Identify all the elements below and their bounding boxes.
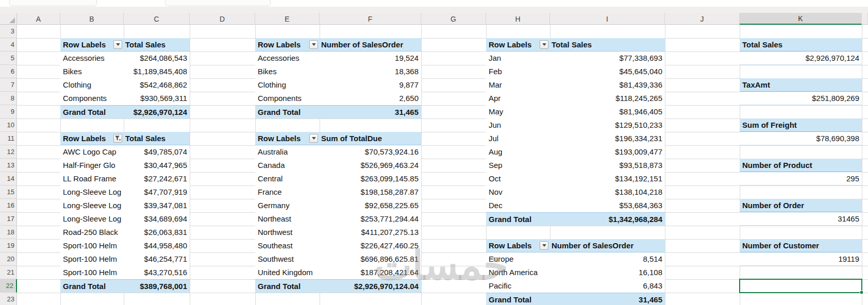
value-cell[interactable]: $263,099,145.85 — [320, 172, 421, 185]
row-header-3[interactable]: 3 — [0, 25, 17, 38]
row-label-cell[interactable]: Sport-100 Helm — [60, 266, 124, 279]
row-labels-header-cell[interactable]: Row Labels — [255, 38, 320, 51]
grand-total-label-cell[interactable]: Grand Total — [255, 106, 320, 118]
row-label-cell[interactable]: Long-Sleeve Log — [60, 212, 124, 226]
row-label-cell[interactable]: Half-Finger Glo — [60, 159, 124, 172]
card-value-cell[interactable]: 295 — [740, 172, 862, 185]
column-header-J[interactable]: J — [665, 13, 740, 25]
value-cell[interactable]: 6,843 — [550, 279, 665, 293]
value-cell[interactable]: $47,707,919 — [124, 185, 190, 199]
value-cell[interactable]: $81,946,405 — [550, 105, 665, 118]
value-cell[interactable]: $44,958,480 — [124, 239, 190, 252]
row-label-cell[interactable]: North America — [486, 266, 550, 279]
value-cell[interactable]: $196,334,231 — [550, 132, 665, 145]
card-value-cell[interactable]: $78,690,398 — [740, 132, 862, 145]
row-label-cell[interactable]: Northwest — [255, 226, 320, 239]
value-cell[interactable]: $43,270,516 — [124, 266, 190, 279]
value-cell[interactable]: $53,684,363 — [550, 199, 665, 212]
grand-total-label-cell[interactable]: Grand Total — [60, 280, 124, 293]
column-header-I[interactable]: I — [550, 13, 665, 25]
fill-handle[interactable] — [860, 291, 863, 294]
row-label-cell[interactable]: Jul — [486, 132, 550, 145]
row-label-cell[interactable]: Clothing — [255, 78, 320, 92]
row-label-cell[interactable]: Clothing — [60, 78, 124, 92]
row-label-cell[interactable]: Central — [255, 172, 320, 185]
row-label-cell[interactable]: Southeast — [255, 239, 320, 252]
card-title-total-sales[interactable]: Total Sales — [740, 38, 862, 52]
row-labels-header-cell[interactable]: Row Labels — [486, 38, 550, 51]
values-header-cell[interactable]: Number of SalesOrder — [320, 38, 421, 51]
row-label-cell[interactable]: Oct — [486, 172, 550, 185]
value-cell[interactable]: $134,192,151 — [550, 172, 665, 185]
row-label-cell[interactable]: Bikes — [60, 65, 124, 78]
values-header-cell[interactable]: Total Sales — [124, 132, 190, 145]
row-header-12[interactable]: 12 — [0, 145, 17, 159]
row-header-5[interactable]: 5 — [0, 52, 17, 65]
values-header-cell[interactable]: Total Sales — [550, 38, 665, 51]
values-header-cell[interactable]: Total Sales — [124, 38, 190, 51]
row-labels-header-cell[interactable]: Row Labels — [60, 38, 124, 51]
row-header-6[interactable]: 6 — [0, 65, 17, 78]
card-title-sum-of-freight[interactable]: Sum of Freight — [740, 118, 862, 132]
value-cell[interactable]: 2,650 — [320, 92, 421, 105]
row-label-cell[interactable]: France — [255, 185, 320, 199]
row-header-7[interactable]: 7 — [0, 78, 17, 92]
row-label-cell[interactable]: AWC Logo Cap — [60, 145, 124, 159]
row-label-cell[interactable]: Long-Sleeve Log — [60, 199, 124, 212]
column-header-H[interactable]: H — [486, 13, 550, 25]
row-header-15[interactable]: 15 — [0, 185, 17, 199]
column-header-C[interactable]: C — [124, 13, 190, 25]
value-cell[interactable]: $45,645,040 — [550, 65, 665, 78]
value-cell[interactable]: 8,514 — [550, 252, 665, 266]
row-label-cell[interactable]: Northeast — [255, 212, 320, 226]
row-header-19[interactable]: 19 — [0, 239, 17, 252]
grand-total-value-cell[interactable]: $2,926,970,124.04 — [320, 280, 421, 293]
value-cell[interactable]: $34,689,694 — [124, 212, 190, 226]
filter-dropdown-icon[interactable] — [540, 40, 548, 49]
value-cell[interactable]: $92,658,225.65 — [320, 199, 421, 212]
value-cell[interactable]: $411,207,275.13 — [320, 226, 421, 239]
column-header-E[interactable]: E — [255, 13, 320, 25]
row-label-cell[interactable]: Mar — [486, 78, 550, 92]
row-label-cell[interactable]: Components — [255, 92, 320, 105]
value-cell[interactable]: $542,468,862 — [124, 78, 190, 92]
row-labels-header-cell[interactable]: Row Labels — [255, 132, 320, 145]
values-header-cell[interactable]: Number of SalesOrder — [550, 239, 665, 252]
row-header-18[interactable]: 18 — [0, 226, 17, 239]
select-all-corner[interactable] — [0, 13, 17, 25]
grand-total-value-cell[interactable]: 31,465 — [550, 293, 665, 305]
value-cell[interactable]: $118,245,265 — [550, 92, 665, 105]
card-title-number-of-product[interactable]: Number of Product — [740, 159, 862, 172]
row-label-cell[interactable]: Australia — [255, 145, 320, 159]
row-label-cell[interactable]: Southwest — [255, 252, 320, 266]
values-header-cell[interactable]: Sum of TotalDue — [320, 132, 421, 145]
row-label-cell[interactable]: Feb — [486, 65, 550, 78]
filter-dropdown-icon[interactable] — [113, 40, 122, 49]
selected-cell[interactable] — [739, 279, 862, 293]
grand-total-value-cell[interactable]: 31,465 — [320, 106, 421, 118]
value-cell[interactable]: $70,573,924.16 — [320, 145, 421, 159]
column-header-F[interactable]: F — [320, 13, 421, 25]
value-cell[interactable]: 9,877 — [320, 78, 421, 92]
grand-total-label-cell[interactable]: Grand Total — [486, 213, 550, 226]
row-label-cell[interactable]: Europe — [486, 252, 550, 266]
row-header-9[interactable]: 9 — [0, 105, 17, 118]
value-cell[interactable]: $49,785,074 — [124, 145, 190, 159]
card-title-number-of-customer[interactable]: Number of Customer — [740, 239, 862, 252]
row-label-cell[interactable]: Dec — [486, 199, 550, 212]
value-cell[interactable]: $93,518,873 — [550, 159, 665, 172]
value-cell[interactable]: $27,242,671 — [124, 172, 190, 185]
column-header-B[interactable]: B — [60, 13, 124, 25]
filter-dropdown-icon[interactable] — [309, 134, 318, 143]
row-label-cell[interactable]: United Kingdom — [255, 266, 320, 279]
value-cell[interactable]: $39,347,081 — [124, 199, 190, 212]
row-header-13[interactable]: 13 — [0, 159, 17, 172]
value-cell[interactable]: $187,208,421.64 — [320, 266, 421, 279]
grand-total-label-cell[interactable]: Grand Total — [255, 280, 320, 293]
row-label-cell[interactable]: Nov — [486, 185, 550, 199]
value-cell[interactable]: $138,104,218 — [550, 185, 665, 199]
filter-dropdown-icon[interactable] — [540, 241, 548, 250]
card-title-number-of-order[interactable]: Number of Order — [740, 199, 862, 212]
row-label-cell[interactable]: Jun — [486, 118, 550, 132]
row-label-cell[interactable]: Canada — [255, 159, 320, 172]
